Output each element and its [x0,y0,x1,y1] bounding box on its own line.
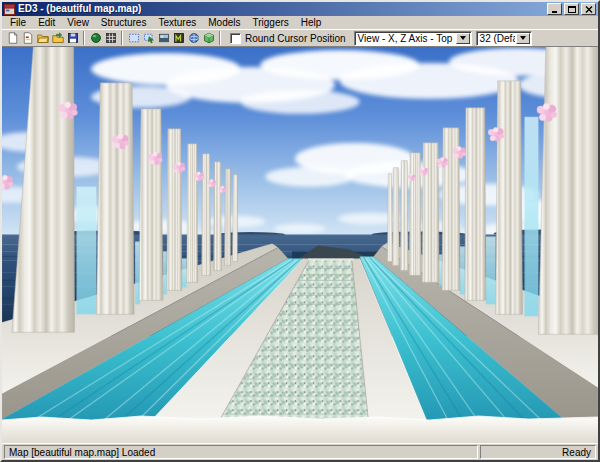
status-message: Map [beautiful map.map] Loaded [4,445,478,459]
window-controls [547,3,596,15]
models-button[interactable] [171,31,186,46]
minimize-button[interactable] [547,3,562,15]
window-title: ED3 - (beautiful map.map) [18,2,544,16]
grid-size-combo-value: 32 (Default) [477,32,515,45]
app-icon [4,4,15,15]
close-button[interactable] [581,3,596,15]
menu-textures[interactable]: Textures [152,16,202,29]
marquee-select-button[interactable] [126,31,141,46]
view-axis-combo-button[interactable] [456,33,470,44]
view-axis-combo-value: View - X, Z Axis - Top View [355,32,455,45]
open-folder-button[interactable] [35,31,50,46]
menubar: File Edit View Structures Textures Model… [2,16,598,29]
status-ready: Ready [480,445,596,459]
minimize-icon [551,6,559,13]
texture-image-icon [158,32,170,44]
folder-import-button[interactable] [50,31,65,46]
maximize-icon [568,6,576,13]
round-cursor-position-label: Round Cursor Position [245,33,346,44]
grid-view-button[interactable] [103,31,118,46]
titlebar[interactable]: ED3 - (beautiful map.map) [2,2,598,16]
structure-cube-icon [203,32,215,44]
world-globe-icon [188,32,200,44]
map-scene [2,47,598,443]
foreground-step [2,416,598,443]
texture-image-button[interactable] [156,31,171,46]
menu-models[interactable]: Models [202,16,246,29]
grid-size-combo[interactable]: 32 (Default) [476,31,532,46]
menu-file[interactable]: File [4,16,32,29]
render-sphere-button[interactable] [88,31,103,46]
open-folder-icon [37,32,49,44]
pointer-select-button[interactable] [141,31,156,46]
world-globe-button[interactable] [186,31,201,46]
chevron-down-icon [460,36,466,40]
marquee-select-icon [128,32,140,44]
menu-view[interactable]: View [61,16,95,29]
save-button[interactable] [65,31,80,46]
round-cursor-position-control: Round Cursor Position [230,33,346,44]
toolbar-separator [219,31,221,45]
close-icon [585,6,593,13]
app-window: ED3 - (beautiful map.map) File Edit View… [0,0,600,462]
page-copy-button[interactable] [20,31,35,46]
structure-cube-button[interactable] [201,31,216,46]
statusbar: Map [beautiful map.map] Loaded Ready [2,443,598,460]
grid-size-combo-button[interactable] [516,33,530,44]
new-file-icon [7,32,19,44]
toolbar-separator [121,31,123,45]
maximize-button[interactable] [564,3,579,15]
toolbar: Round Cursor Position View - X, Z Axis -… [2,29,598,46]
page-copy-icon [22,32,34,44]
models-icon [173,32,185,44]
chevron-down-icon [520,36,526,40]
view-axis-combo[interactable]: View - X, Z Axis - Top View [354,31,472,46]
menu-edit[interactable]: Edit [32,16,61,29]
menu-triggers[interactable]: Triggers [246,16,294,29]
menu-help[interactable]: Help [295,16,328,29]
pointer-select-icon [143,32,155,44]
round-cursor-position-checkbox[interactable] [230,33,241,44]
new-file-button[interactable] [5,31,20,46]
menu-structures[interactable]: Structures [95,16,153,29]
map-viewport[interactable] [2,46,598,443]
toolbar-separator [83,31,85,45]
render-sphere-icon [90,32,102,44]
grid-view-icon [105,32,117,44]
save-icon [67,32,79,44]
folder-import-icon [52,32,64,44]
